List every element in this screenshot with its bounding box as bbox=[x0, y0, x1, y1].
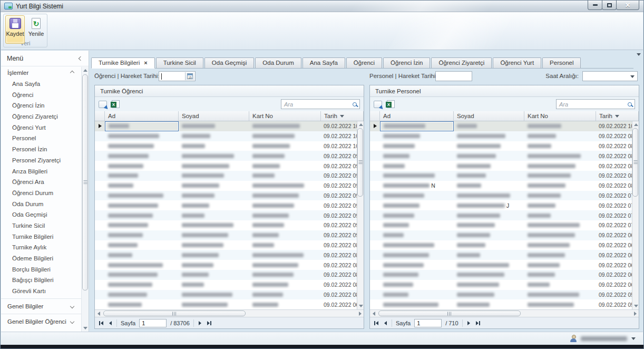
sidebar-item-turkine-sicil[interactable]: Turkine Sicil bbox=[1, 220, 81, 231]
sidebar-item-öğrenci-ara[interactable]: Öğrenci Ara bbox=[1, 177, 81, 188]
tab-öğrenci-ziyaretçi[interactable]: Öğrenci Ziyaretçi bbox=[431, 57, 492, 68]
sidebar-item-öğrenci-durum[interactable]: Öğrenci Durum bbox=[1, 188, 81, 199]
table-row[interactable]: 09.02.2022 08:08 bbox=[370, 151, 639, 161]
grid-hscroll-thumb[interactable] bbox=[378, 311, 521, 316]
scroll-down-icon[interactable] bbox=[82, 325, 89, 332]
table-row[interactable]: 09.02.2022 09:18 bbox=[95, 200, 364, 210]
time-range-combobox[interactable] bbox=[582, 71, 638, 81]
scroll-right-icon[interactable] bbox=[631, 310, 639, 317]
close-button[interactable]: ✕ bbox=[616, 1, 639, 10]
table-row[interactable]: 09.02.2022 06:09 bbox=[370, 270, 639, 280]
table-row[interactable]: 09.02.2022 10:13 bbox=[95, 121, 364, 131]
last-page-button[interactable] bbox=[206, 321, 212, 325]
sidebar-group-genel-bilgiler-öğrenci[interactable]: Genel Bilgiler Öğrenci bbox=[1, 316, 81, 327]
tab-overflow-button[interactable] bbox=[637, 56, 641, 65]
personnel-date-input[interactable] bbox=[435, 71, 472, 81]
table-row[interactable]: 09.02.2022 05:00 bbox=[370, 299, 639, 309]
sidebar-item-personel[interactable]: Personel bbox=[1, 133, 81, 144]
refresh-button[interactable]: ↻ Yenile bbox=[26, 15, 46, 44]
page-number-input[interactable]: 1 bbox=[414, 319, 442, 327]
table-row[interactable]: N09.02.2022 08:07 bbox=[370, 181, 639, 191]
table-row[interactable]: 09.02.2022 10:01 bbox=[95, 141, 364, 151]
collapse-sidebar-icon[interactable] bbox=[79, 56, 83, 60]
column-header-soyad[interactable]: Soyad bbox=[454, 111, 524, 121]
scroll-up-icon[interactable] bbox=[357, 121, 364, 128]
close-tab-icon[interactable]: × bbox=[144, 60, 147, 66]
sidebar-item-arıza-bilgileri[interactable]: Arıza Bilgileri bbox=[1, 166, 81, 177]
sidebar-item-öğrenci[interactable]: Öğrenci bbox=[1, 90, 81, 101]
restore-button[interactable] bbox=[602, 1, 617, 10]
table-row[interactable]: 09.02.2022 07:41 bbox=[370, 191, 639, 201]
table-row[interactable]: 09.02.2022 08:55 bbox=[95, 240, 364, 250]
grid-vscroll-thumb[interactable] bbox=[357, 128, 363, 197]
sidebar-item-turnike-bilgileri[interactable]: Turnike Bilgileri bbox=[1, 231, 81, 243]
page-number-input[interactable]: 1 bbox=[139, 319, 167, 327]
sidebar-item-personel-i̇zin[interactable]: Personel İzin bbox=[1, 144, 81, 155]
table-row[interactable]: 09.02.2022 07:21 bbox=[370, 220, 639, 230]
table-row[interactable]: 09.02.2022 09:07 bbox=[95, 210, 364, 220]
grid-vertical-scrollbar[interactable] bbox=[357, 121, 364, 309]
sidebar-item-oda-geçmişi[interactable]: Oda Geçmişi bbox=[1, 209, 81, 220]
table-row[interactable]: 09.02.2022 06:52 bbox=[370, 250, 639, 260]
table-row[interactable]: 09.02.2022 09:37 bbox=[95, 161, 364, 171]
table-row[interactable]: 09.02.2022 08:08 bbox=[370, 161, 639, 171]
tab-personel[interactable]: Personel bbox=[542, 57, 581, 68]
sidebar-item-öğrenci-yurt[interactable]: Öğrenci Yurt bbox=[1, 122, 81, 133]
table-row[interactable]: 09.02.2022 09:59 bbox=[95, 151, 364, 161]
sidebar-item-görevli-kartı[interactable]: Görevli Kartı bbox=[1, 286, 81, 297]
table-row[interactable]: 09.02.2022 06:01 bbox=[370, 280, 639, 290]
sidebar-item-bağışçı-bilgileri[interactable]: Bağışçı Bilgileri bbox=[1, 275, 81, 286]
first-page-button[interactable] bbox=[98, 321, 104, 325]
search-input[interactable]: Ara bbox=[281, 99, 360, 109]
last-page-button[interactable] bbox=[475, 321, 481, 325]
tab-ana-sayfa[interactable]: Ana Sayfa bbox=[303, 57, 345, 68]
grid-hscroll-thumb[interactable] bbox=[103, 311, 246, 316]
table-row[interactable]: 09.02.2022 08:44 bbox=[370, 141, 639, 151]
table-row[interactable]: 09.02.2022 06:47 bbox=[370, 260, 639, 270]
table-row[interactable]: 09.02.2022 09:31 bbox=[95, 171, 364, 181]
column-header-tarih[interactable]: Tarih bbox=[596, 111, 639, 121]
column-header-soyad[interactable]: Soyad bbox=[179, 111, 249, 121]
tab-öğrenci-i̇zin[interactable]: Öğrenci İzin bbox=[383, 57, 430, 68]
table-row[interactable]: 09.02.2022 08:08 bbox=[95, 290, 364, 300]
sidebar-scroll-thumb[interactable] bbox=[82, 74, 88, 290]
table-row[interactable]: 09.02.2022 05:05 bbox=[370, 290, 639, 300]
tab-turkine-sicil[interactable]: Turkine Sicil bbox=[156, 57, 203, 68]
calendar-button[interactable]: 15 bbox=[185, 72, 194, 80]
column-header-kart-no[interactable]: Kart No bbox=[524, 111, 596, 121]
table-row[interactable]: 09.02.2022 09:26 bbox=[95, 191, 364, 201]
table-row[interactable]: 09.02.2022 10:00 bbox=[370, 121, 639, 131]
table-row[interactable]: 09.02.2022 09:26 bbox=[95, 181, 364, 191]
grid-horizontal-scrollbar[interactable] bbox=[370, 309, 639, 317]
scroll-left-icon[interactable] bbox=[370, 310, 377, 317]
sidebar-item-ödeme-bilgileri[interactable]: Ödeme Bilgileri bbox=[1, 253, 81, 264]
previous-page-button[interactable] bbox=[108, 321, 113, 325]
sidebar-item-personel-ziyaretçi[interactable]: Personel Ziyaretçi bbox=[1, 155, 81, 166]
table-row[interactable]: 09.02.2022 08:29 bbox=[95, 260, 364, 270]
save-button[interactable]: Kaydet bbox=[5, 15, 25, 44]
table-row[interactable]: 09.02.2022 08:07 bbox=[370, 171, 639, 181]
grid-vscroll-thumb[interactable] bbox=[632, 128, 638, 197]
table-row[interactable]: 09.02.2022 09:02 bbox=[95, 230, 364, 240]
sidebar-scrollbar[interactable] bbox=[81, 67, 89, 332]
sidebar-item-oda-durum[interactable]: Oda Durum bbox=[1, 199, 81, 210]
next-page-button[interactable] bbox=[466, 321, 471, 325]
table-row[interactable]: J09.02.2022 07:41 bbox=[370, 200, 639, 210]
excel-export-icon[interactable] bbox=[112, 100, 120, 108]
column-header-ad[interactable]: Ad bbox=[380, 111, 454, 121]
column-header-ad[interactable]: Ad bbox=[105, 111, 179, 121]
export-card-icon[interactable] bbox=[374, 101, 382, 108]
column-header-tarih[interactable]: Tarih bbox=[321, 111, 364, 121]
tab-öğrenci[interactable]: Öğrenci bbox=[346, 57, 382, 68]
grid-horizontal-scrollbar[interactable] bbox=[95, 309, 364, 317]
tab-oda-durum[interactable]: Oda Durum bbox=[255, 57, 301, 68]
search-input[interactable]: Ara bbox=[556, 99, 635, 109]
table-row[interactable]: 09.02.2022 08:12 bbox=[95, 280, 364, 290]
table-row[interactable]: 09.02.2022 09:03 bbox=[95, 220, 364, 230]
previous-page-button[interactable] bbox=[383, 321, 388, 325]
student-date-input[interactable]: 15 bbox=[159, 71, 196, 81]
table-row[interactable]: 09.02.2022 10:01 bbox=[95, 131, 364, 141]
next-page-button[interactable] bbox=[198, 321, 202, 325]
scroll-right-icon[interactable] bbox=[356, 310, 364, 317]
table-row[interactable]: 09.02.2022 06:37 bbox=[95, 299, 364, 309]
